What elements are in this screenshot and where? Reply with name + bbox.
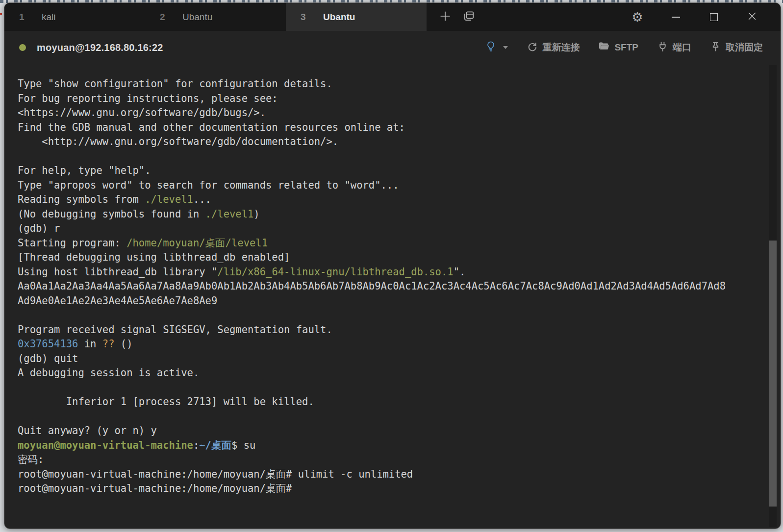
terminal-line: <https://www.gnu.org/software/gdb/bugs/>… xyxy=(18,106,761,121)
ports-label: 端口 xyxy=(673,41,691,54)
pin-icon xyxy=(710,41,721,54)
terminal-line: <http://www.gnu.org/software/gdb/documen… xyxy=(18,135,761,149)
terminal-line: (No debugging symbols found in ./level1) xyxy=(18,207,761,222)
terminal-line: root@moyuan-virtual-machine:/home/moyuan… xyxy=(18,482,761,496)
terminal-line xyxy=(18,308,761,323)
plus-icon xyxy=(439,10,452,24)
terminal-line: moyuan@moyuan-virtual-machine:~/桌面$ su xyxy=(18,438,761,453)
terminal-line: root@moyuan-virtual-machine:/home/moyuan… xyxy=(18,467,761,482)
maximize-button[interactable] xyxy=(704,7,724,27)
tab-label: kali xyxy=(42,12,56,23)
terminal-line xyxy=(18,410,761,424)
terminal-line: For bug reporting instructions, please s… xyxy=(18,92,761,106)
ports-button[interactable]: 端口 xyxy=(657,41,691,54)
tab-ubantu-2[interactable]: 2 Ubantu xyxy=(145,3,286,31)
terminal-line: 0x37654136 in ?? () xyxy=(18,337,761,352)
tab-ubantu-3-active[interactable]: 3 Ubantu xyxy=(286,3,427,31)
terminal-line: Type "show configuration" for configurat… xyxy=(18,77,761,92)
reconnect-label: 重新连接 xyxy=(542,41,580,54)
terminal-line: A debugging session is active. xyxy=(18,366,761,381)
terminal-line: 密码: xyxy=(18,453,761,467)
tab-number: 2 xyxy=(160,12,171,23)
minimize-button[interactable] xyxy=(666,7,685,27)
tab-label: Ubantu xyxy=(182,12,212,23)
windows-stack-icon xyxy=(462,10,475,24)
scrollbar-thumb[interactable] xyxy=(769,241,777,507)
new-tab-button[interactable] xyxy=(433,3,457,31)
terminal-line: [Thread debugging using libthread_db ena… xyxy=(18,250,761,265)
terminal-line: Starting program: /home/moyuan/桌面/level1 xyxy=(18,236,761,251)
hints-dropdown-button[interactable] xyxy=(485,41,508,54)
tab-number: 1 xyxy=(19,12,30,23)
maximize-icon xyxy=(710,13,718,21)
terminal-line: (gdb) r xyxy=(18,221,761,236)
terminal-output[interactable]: Type "show configuration" for configurat… xyxy=(4,64,781,496)
terminal-line: Reading symbols from ./level1... xyxy=(18,193,761,207)
tab-kali[interactable]: 1 kali xyxy=(4,3,145,31)
close-icon xyxy=(747,11,758,24)
terminal-line: Using host libthread_db library "/lib/x8… xyxy=(18,265,761,280)
unpin-label: 取消固定 xyxy=(726,41,763,54)
plug-icon xyxy=(657,41,668,54)
connection-host: moyuan@192.168.80.16:22 xyxy=(37,42,163,53)
scrollbar-track[interactable] xyxy=(769,65,777,527)
terminal-line: Type "apropos word" to search for comman… xyxy=(18,178,761,193)
sftp-label: SFTP xyxy=(614,42,638,53)
settings-button[interactable]: ⚙ xyxy=(628,7,647,27)
chevron-down-icon xyxy=(503,46,508,49)
tab-number: 3 xyxy=(301,12,311,23)
terminal-line xyxy=(18,149,761,164)
terminal-line: For help, type "help". xyxy=(18,164,761,178)
connection-status-dot xyxy=(19,44,26,51)
tab-label: Ubantu xyxy=(323,12,355,23)
terminal-line: Inferior 1 [process 2713] will be killed… xyxy=(18,395,761,410)
background-artifact xyxy=(0,13,2,15)
folder-icon xyxy=(598,41,610,54)
sftp-button[interactable]: SFTP xyxy=(598,41,638,54)
terminal-line: Ad9Ae0Ae1Ae2Ae3Ae4Ae5Ae6Ae7Ae8Ae9 xyxy=(18,294,761,309)
window-list-button[interactable] xyxy=(457,3,480,31)
gear-icon: ⚙ xyxy=(631,11,643,24)
terminal-line: Find the GDB manual and other documentat… xyxy=(18,121,761,135)
window-controls: ⚙ xyxy=(628,3,781,31)
terminal-line: Program received signal SIGSEGV, Segment… xyxy=(18,323,761,338)
connection-bar: moyuan@192.168.80.16:22 xyxy=(4,31,781,64)
refresh-icon xyxy=(527,41,538,54)
terminal-line: (gdb) quit xyxy=(18,352,761,366)
terminal-line: Quit anyway? (y or n) y xyxy=(18,424,761,438)
unpin-button[interactable]: 取消固定 xyxy=(710,41,763,54)
terminal-app-window: 1 kali 2 Ubantu 3 Ubantu xyxy=(4,2,781,529)
lightbulb-icon xyxy=(485,41,497,54)
minimize-icon xyxy=(672,17,680,18)
terminal-line xyxy=(18,381,761,395)
terminal-line: Aa0Aa1Aa2Aa3Aa4Aa5Aa6Aa7Aa8Aa9Ab0Ab1Ab2A… xyxy=(18,279,761,294)
close-button[interactable] xyxy=(742,7,762,27)
connection-actions: 重新连接 SFTP xyxy=(485,41,763,54)
titlebar: 1 kali 2 Ubantu 3 Ubantu xyxy=(4,3,781,31)
reconnect-button[interactable]: 重新连接 xyxy=(527,41,580,54)
titlebar-drag-area xyxy=(480,3,628,31)
